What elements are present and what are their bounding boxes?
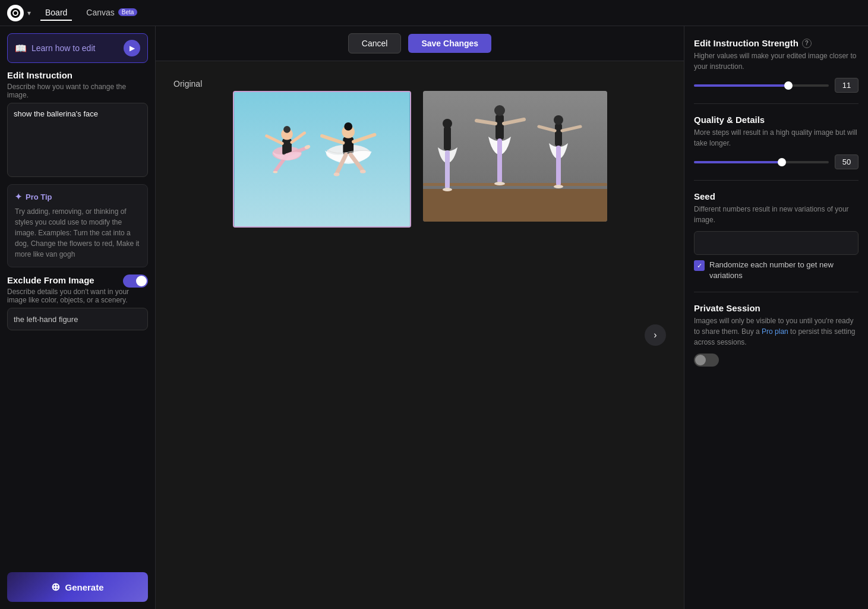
canvas-area: Original bbox=[156, 61, 684, 609]
tab-canvas[interactable]: Canvas Beta bbox=[81, 5, 142, 21]
exclude-toggle[interactable] bbox=[123, 274, 148, 288]
svg-point-17 bbox=[344, 122, 352, 131]
strength-slider-fill bbox=[694, 84, 788, 87]
toggle-knob bbox=[136, 276, 147, 286]
exclude-header: Exclude From Image bbox=[7, 274, 148, 288]
divider-2 bbox=[694, 180, 858, 181]
svg-point-13 bbox=[273, 171, 277, 173]
svg-point-42 bbox=[554, 185, 563, 188]
edited-image[interactable] bbox=[423, 91, 607, 222]
seed-title: Seed bbox=[694, 191, 858, 201]
sparkle-icon: ✦ bbox=[15, 192, 22, 201]
exclude-desc: Describe details you don't want in your … bbox=[7, 288, 148, 304]
logo-icon bbox=[7, 5, 24, 21]
svg-point-23 bbox=[359, 170, 365, 173]
tab-board[interactable]: Board bbox=[40, 5, 72, 21]
edit-instruction-input[interactable] bbox=[14, 109, 141, 169]
svg-rect-35 bbox=[497, 138, 502, 183]
topnav: ▾ Board Canvas Beta bbox=[0, 0, 868, 26]
svg-rect-41 bbox=[556, 146, 561, 186]
generate-button[interactable]: ⊕ Generate bbox=[7, 572, 148, 602]
center-canvas: Cancel Save Changes Original bbox=[156, 26, 684, 609]
learn-how-button[interactable]: 📖 Learn how to edit ▶ bbox=[7, 33, 148, 63]
svg-rect-31 bbox=[495, 115, 504, 140]
private-session-toggle[interactable] bbox=[694, 354, 719, 367]
exclude-title: Exclude From Image bbox=[7, 275, 94, 285]
right-sidebar: Edit Instruction Strength ? Higher value… bbox=[684, 26, 868, 609]
randomize-row: ✓ Randomize each number to get new varia… bbox=[694, 260, 858, 281]
private-toggle-knob bbox=[695, 355, 706, 365]
private-session-section: Private Session Images will only be visi… bbox=[694, 303, 858, 367]
edit-instruction-desc: Describe how you want to change the imag… bbox=[7, 83, 148, 99]
svg-point-36 bbox=[494, 182, 505, 185]
private-session-title: Private Session bbox=[694, 303, 858, 313]
seed-input[interactable] bbox=[694, 231, 858, 255]
strength-slider-track bbox=[694, 84, 829, 87]
play-icon: ▶ bbox=[124, 40, 140, 56]
learn-how-text: Learn how to edit bbox=[31, 43, 95, 53]
strength-help-icon[interactable]: ? bbox=[802, 39, 812, 48]
svg-rect-3 bbox=[234, 92, 409, 226]
cancel-button[interactable]: Cancel bbox=[348, 33, 402, 53]
pro-tip-label: Pro Tip bbox=[26, 193, 52, 201]
svg-point-28 bbox=[443, 119, 452, 128]
original-image[interactable] bbox=[233, 91, 411, 228]
pro-tip-header: ✦ Pro Tip bbox=[15, 192, 140, 201]
strength-title: Edit Instruction Strength ? bbox=[694, 38, 858, 48]
main-layout: 📖 Learn how to edit ▶ Edit Instruction D… bbox=[0, 26, 868, 609]
quality-slider-track bbox=[694, 161, 829, 163]
svg-point-38 bbox=[554, 115, 563, 125]
learn-how-label-group: 📖 Learn how to edit bbox=[15, 43, 95, 54]
save-changes-button[interactable]: Save Changes bbox=[408, 34, 491, 53]
quality-slider-container: 50 bbox=[694, 154, 858, 169]
svg-rect-29 bbox=[445, 150, 450, 189]
strength-section: Edit Instruction Strength ? Higher value… bbox=[694, 38, 858, 93]
original-label: Original bbox=[173, 79, 202, 89]
quality-desc: More steps will result in a high quality… bbox=[694, 127, 858, 149]
generate-label: Generate bbox=[65, 582, 103, 592]
exclude-input-box bbox=[7, 308, 148, 330]
quality-title: Quality & Details bbox=[694, 115, 858, 125]
book-icon: 📖 bbox=[15, 43, 27, 54]
svg-rect-27 bbox=[444, 127, 451, 150]
svg-rect-25 bbox=[423, 189, 607, 222]
chevron-down-icon: ▾ bbox=[27, 9, 31, 17]
chevron-right-icon: › bbox=[654, 330, 656, 340]
svg-point-30 bbox=[443, 188, 452, 191]
exclude-from-image-section: Exclude From Image Describe details you … bbox=[7, 274, 148, 330]
quality-section: Quality & Details More steps will result… bbox=[694, 115, 858, 169]
checkmark-icon: ✓ bbox=[697, 262, 702, 270]
private-desc: Images will only be visible to you until… bbox=[694, 315, 858, 348]
exclude-input[interactable] bbox=[14, 315, 141, 324]
randomize-label: Randomize each number to get new variati… bbox=[709, 260, 858, 281]
strength-slider-thumb bbox=[784, 81, 793, 90]
left-sidebar: 📖 Learn how to edit ▶ Edit Instruction D… bbox=[0, 26, 156, 609]
image-container bbox=[233, 91, 607, 228]
seed-section: Seed Different numbers result in new var… bbox=[694, 191, 858, 281]
logo-button[interactable]: ▾ bbox=[7, 5, 31, 21]
quality-slider-value: 50 bbox=[835, 154, 858, 169]
next-arrow-button[interactable]: › bbox=[645, 324, 666, 346]
seed-desc: Different numbers result in new variatio… bbox=[694, 204, 858, 225]
svg-rect-26 bbox=[423, 183, 607, 186]
plus-icon: ⊕ bbox=[51, 580, 60, 594]
edit-instruction-section: Edit Instruction Describe how you want t… bbox=[7, 70, 148, 177]
svg-point-7 bbox=[283, 126, 291, 133]
randomize-checkbox[interactable]: ✓ bbox=[694, 260, 705, 271]
svg-point-22 bbox=[333, 173, 339, 176]
pro-plan-link[interactable]: Pro plan bbox=[762, 327, 788, 336]
canvas-toolbar: Cancel Save Changes bbox=[156, 26, 684, 61]
divider-1 bbox=[694, 103, 858, 104]
strength-slider-value: 11 bbox=[835, 78, 858, 93]
svg-rect-37 bbox=[555, 124, 562, 146]
pro-tip-text: Try adding, removing, or thinking of sty… bbox=[15, 206, 140, 260]
edit-instruction-box bbox=[7, 103, 148, 177]
svg-point-32 bbox=[494, 105, 505, 116]
edit-instruction-title: Edit Instruction bbox=[7, 70, 148, 80]
pro-tip-box: ✦ Pro Tip Try adding, removing, or think… bbox=[7, 184, 148, 267]
strength-desc: Higher values will make your edited imag… bbox=[694, 51, 858, 72]
quality-slider-thumb bbox=[778, 158, 786, 166]
beta-badge: Beta bbox=[118, 8, 138, 16]
divider-3 bbox=[694, 292, 858, 292]
quality-slider-fill bbox=[694, 161, 782, 163]
